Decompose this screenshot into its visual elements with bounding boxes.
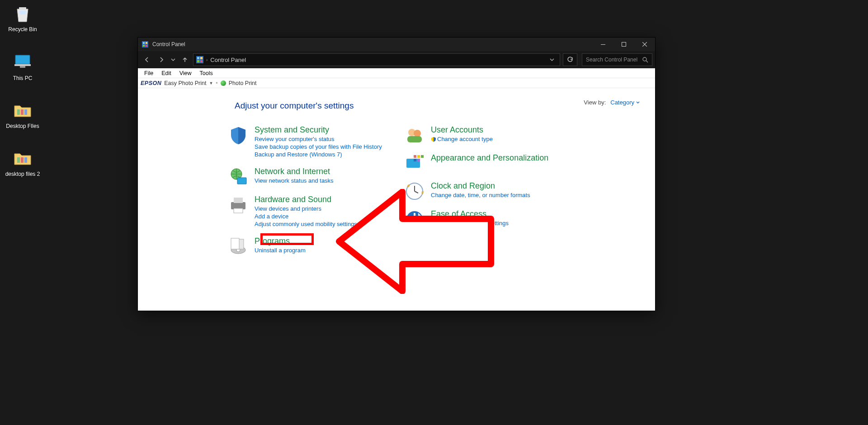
category-sublink[interactable]: View devices and printers xyxy=(255,205,357,212)
svg-rect-35 xyxy=(407,136,422,142)
svg-rect-22 xyxy=(200,60,203,62)
svg-rect-12 xyxy=(143,42,145,44)
folder-icon xyxy=(12,147,33,169)
address-history-button[interactable] xyxy=(550,57,554,62)
menu-bar: File Edit View Tools xyxy=(138,68,655,78)
window-titlebar[interactable]: Control Panel xyxy=(138,38,655,51)
svg-rect-38 xyxy=(417,155,420,158)
window-maximize-button[interactable] xyxy=(613,38,634,51)
appearance-icon xyxy=(405,153,425,173)
menu-edit[interactable]: Edit xyxy=(158,69,175,77)
svg-rect-16 xyxy=(601,44,605,45)
search-icon[interactable] xyxy=(642,57,648,63)
svg-rect-8 xyxy=(17,157,20,163)
category-sublink[interactable]: Save backup copies of your files with Fi… xyxy=(255,143,382,150)
category-grid: System and Security Review your computer… xyxy=(228,125,642,264)
category-sublink[interactable]: Change date, time, or number formats xyxy=(431,192,530,198)
nav-forward-button[interactable] xyxy=(155,53,168,66)
svg-point-23 xyxy=(643,57,646,61)
svg-rect-27 xyxy=(234,198,243,203)
desktop-icon-label: desktop files 2 xyxy=(5,171,41,177)
svg-rect-9 xyxy=(21,157,24,163)
category-sublink[interactable]: View network status and tasks xyxy=(255,177,334,184)
desktop-icon-label: Desktop FIles xyxy=(5,123,41,129)
search-input[interactable] xyxy=(586,57,639,63)
control-panel-address-icon xyxy=(196,56,203,63)
control-panel-window: Control Panel xyxy=(137,37,656,311)
nav-refresh-button[interactable] xyxy=(563,53,577,66)
users-icon xyxy=(405,125,425,145)
category-column-left: System and Security Review your computer… xyxy=(228,125,387,264)
menu-view[interactable]: View xyxy=(176,69,195,77)
epson-photo-print-button[interactable]: Photo Print xyxy=(229,80,257,86)
category-sublink[interactable]: Change account type xyxy=(431,136,493,142)
control-panel-titlebar-icon xyxy=(142,41,149,48)
category-sublink[interactable]: Adjust commonly used mobility settings xyxy=(255,221,357,227)
svg-point-34 xyxy=(414,130,421,137)
desktop-icon-folder-2[interactable]: desktop files 2 xyxy=(5,147,41,177)
globe-icon xyxy=(228,167,248,187)
shield-icon xyxy=(228,125,248,145)
category-sublink[interactable]: Review your computer's status xyxy=(255,136,382,142)
nav-back-button[interactable] xyxy=(141,53,153,66)
category-title[interactable]: Appearance and Personalization xyxy=(431,153,548,163)
menu-file[interactable]: File xyxy=(141,69,157,77)
svg-rect-21 xyxy=(197,60,199,62)
desktop-icon-recycle-bin[interactable]: Recycle Bin xyxy=(5,3,41,33)
svg-rect-14 xyxy=(143,45,145,47)
epson-toolbar: EPSON Easy Photo Print ▼ • Photo Print xyxy=(138,78,655,88)
svg-rect-40 xyxy=(414,159,416,161)
svg-rect-10 xyxy=(24,157,27,163)
epson-easy-photo-print-button[interactable]: Easy Photo Print xyxy=(164,80,206,86)
category-hardware-sound: Hardware and Sound View devices and prin… xyxy=(228,195,387,228)
window-controls xyxy=(593,38,655,51)
category-sublink-uninstall-program[interactable]: Uninstall a program xyxy=(255,247,306,254)
category-column-right: User Accounts Change account type xyxy=(405,125,563,264)
category-sublink[interactable]: Let Windows suggest settings xyxy=(431,220,509,227)
svg-rect-17 xyxy=(622,42,626,47)
category-programs: Programs Uninstall a program xyxy=(228,236,387,256)
category-title[interactable]: Ease of Access xyxy=(431,209,509,219)
view-by: View by: Category xyxy=(584,99,640,106)
desktop-icon-folder-1[interactable]: Desktop FIles xyxy=(5,99,41,129)
breadcrumb-chevron-icon[interactable]: › xyxy=(206,57,208,62)
category-appearance-personalization: Appearance and Personalization xyxy=(405,153,563,173)
svg-rect-28 xyxy=(234,208,243,213)
panel-heading: Adjust your computer's settings xyxy=(235,101,642,111)
category-sublink[interactable]: Optimize visual display xyxy=(431,227,509,234)
epson-dropdown-icon[interactable]: ▼ xyxy=(209,81,213,85)
svg-rect-19 xyxy=(197,57,199,59)
category-title[interactable]: Network and Internet xyxy=(255,167,334,176)
category-title[interactable]: System and Security xyxy=(255,125,382,135)
printer-icon xyxy=(228,195,248,215)
desktop-icon-this-pc[interactable]: This PC xyxy=(5,52,41,81)
svg-rect-1 xyxy=(15,55,30,64)
nav-up-button[interactable] xyxy=(179,53,191,66)
svg-rect-7 xyxy=(24,109,27,115)
address-bar[interactable]: › Control Panel xyxy=(193,53,560,66)
view-by-value: Category xyxy=(610,99,634,106)
search-box[interactable] xyxy=(582,53,652,66)
recycle-bin-icon xyxy=(12,3,33,24)
svg-rect-13 xyxy=(146,42,147,44)
view-by-dropdown[interactable]: Category xyxy=(610,99,640,106)
clock-icon xyxy=(405,181,425,201)
chevron-down-icon xyxy=(636,101,640,104)
view-by-label: View by: xyxy=(584,99,606,106)
menu-tools[interactable]: Tools xyxy=(196,69,217,77)
svg-rect-37 xyxy=(414,155,416,158)
nav-recent-button[interactable] xyxy=(170,53,177,66)
category-title[interactable]: Clock and Region xyxy=(431,181,530,191)
category-title[interactable]: Programs xyxy=(255,236,306,246)
category-title[interactable]: User Accounts xyxy=(431,125,493,135)
window-title: Control Panel xyxy=(152,41,185,47)
epson-brand: EPSON xyxy=(141,80,161,86)
folder-icon xyxy=(12,99,33,121)
category-title[interactable]: Hardware and Sound xyxy=(255,195,357,204)
breadcrumb-location[interactable]: Control Panel xyxy=(210,57,246,63)
category-system-security: System and Security Review your computer… xyxy=(228,125,387,159)
category-sublink[interactable]: Backup and Restore (Windows 7) xyxy=(255,151,382,158)
window-minimize-button[interactable] xyxy=(593,38,613,51)
window-close-button[interactable] xyxy=(634,38,655,51)
category-sublink[interactable]: Add a device xyxy=(255,213,357,220)
